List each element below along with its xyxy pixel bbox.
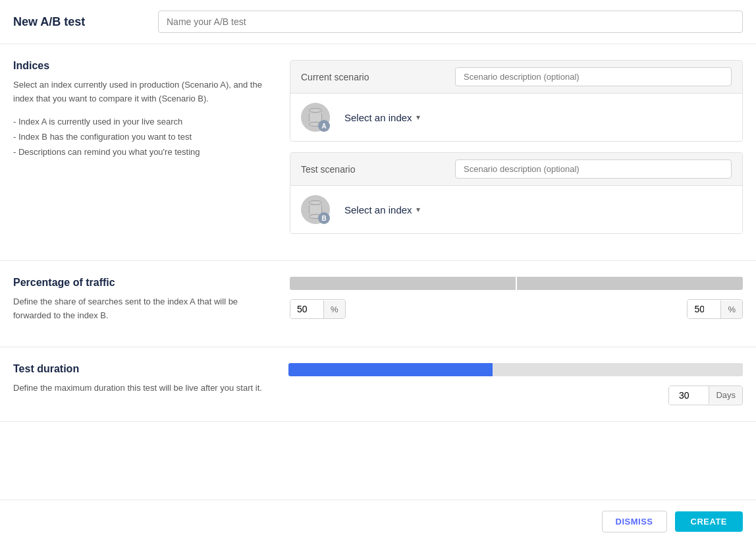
test-scenario-card: Test scenario B Select an index [290, 152, 743, 234]
indices-description: Select an index currently used in produc… [13, 78, 263, 106]
current-scenario-card: Current scenario A Select an index [290, 60, 743, 142]
current-scenario-body: A Select an index ▾ [290, 94, 742, 141]
traffic-input-a-group: % [290, 299, 346, 319]
current-scenario-label: Current scenario [301, 72, 369, 82]
traffic-value-a-input[interactable] [290, 300, 323, 318]
index-avatar-b: B [301, 195, 330, 224]
traffic-bar [290, 277, 743, 290]
duration-right: Days [288, 363, 743, 405]
indices-title: Indices [13, 60, 263, 72]
test-scenario-desc-input[interactable] [455, 159, 732, 179]
indices-right: Current scenario A Select an index [290, 60, 743, 244]
duration-description: Define the maximum duration this test wi… [13, 382, 262, 395]
cylinder-top-b [309, 200, 322, 205]
test-scenario-header: Test scenario [290, 153, 742, 186]
index-avatar-a: A [301, 103, 330, 132]
traffic-value-b-input[interactable] [688, 300, 720, 318]
test-scenario-label: Test scenario [301, 164, 355, 175]
traffic-left: Percentage of traffic Define the share o… [13, 277, 263, 331]
dismiss-button[interactable]: DISMISS [602, 511, 667, 532]
select-index-a-label: Select an index [344, 112, 412, 123]
select-index-b-label: Select an index [344, 204, 412, 215]
cylinder-body-a [309, 113, 322, 121]
page-header: New A/B test [0, 0, 756, 44]
chevron-down-icon-a: ▾ [416, 113, 420, 122]
test-scenario-body: B Select an index ▾ [290, 186, 742, 233]
ab-test-name-input[interactable] [158, 11, 743, 33]
traffic-input-b-group: % [687, 299, 743, 319]
chevron-down-icon-b: ▾ [416, 205, 420, 214]
traffic-section: Percentage of traffic Define the share o… [0, 261, 756, 347]
cylinder-body-b [309, 206, 322, 214]
duration-bar-empty [493, 363, 743, 376]
duration-bar [288, 363, 743, 376]
page-footer: DISMISS CREATE [0, 500, 756, 543]
index-badge-b: B [318, 212, 330, 224]
current-scenario-header: Current scenario [290, 61, 742, 94]
duration-inputs: Days [288, 386, 743, 405]
duration-unit: Days [709, 386, 742, 404]
bullet-1: - Index A is currently used in your live… [13, 114, 263, 129]
select-index-a-button[interactable]: Select an index ▾ [339, 109, 425, 126]
duration-title: Test duration [13, 363, 262, 375]
duration-left: Test duration Define the maximum duratio… [13, 363, 262, 403]
cylinder-top-a [309, 108, 322, 113]
duration-bar-filled [288, 363, 493, 376]
traffic-title: Percentage of traffic [13, 277, 263, 289]
traffic-inputs: % % [290, 299, 743, 319]
current-scenario-desc-input[interactable] [455, 67, 732, 86]
indices-bullets: - Index A is currently used in your live… [13, 114, 263, 160]
bullet-3: - Descriptions can remind you what you'r… [13, 144, 263, 159]
bullet-2: - Index B has the configuration you want… [13, 129, 263, 144]
index-badge-a: A [318, 120, 330, 132]
page-title: New A/B test [13, 15, 145, 29]
duration-section: Test duration Define the maximum duratio… [0, 347, 756, 422]
indices-left: Indices Select an index currently used i… [13, 60, 263, 160]
traffic-unit-a: % [323, 300, 345, 318]
traffic-unit-b: % [720, 300, 742, 318]
create-button[interactable]: CREATE [675, 511, 743, 532]
duration-value-input[interactable] [669, 386, 709, 405]
traffic-bar-a [290, 277, 516, 290]
traffic-bar-b [517, 277, 743, 290]
duration-input-group: Days [668, 386, 743, 405]
select-index-b-button[interactable]: Select an index ▾ [339, 202, 425, 218]
indices-section: Indices Select an index currently used i… [0, 44, 756, 261]
traffic-right: % % [290, 277, 743, 319]
traffic-description: Define the share of searches sent to the… [13, 295, 263, 323]
